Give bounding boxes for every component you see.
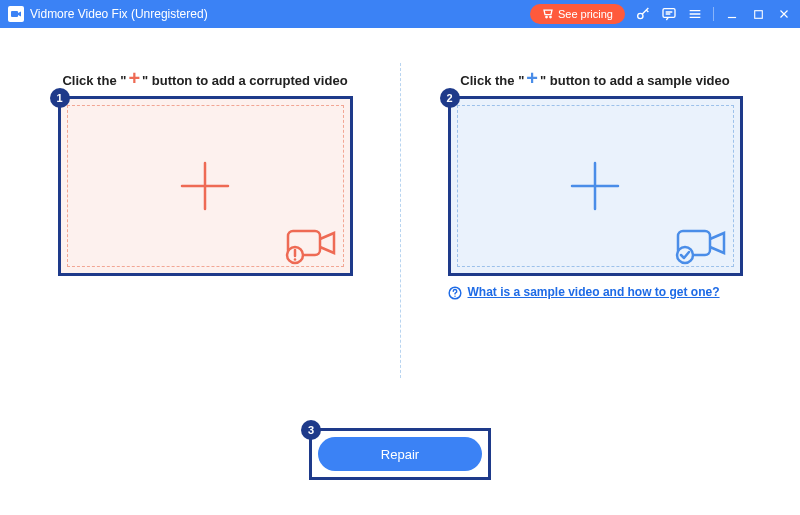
center-divider	[400, 63, 401, 378]
repair-annotation-frame: Repair	[309, 428, 491, 480]
menu-icon[interactable]	[687, 6, 703, 22]
titlebar-left: Vidmore Video Fix (Unregistered)	[8, 6, 530, 22]
title-post: " button to add a corrupted video	[142, 73, 348, 88]
sample-video-help: What is a sample video and how to get on…	[448, 284, 743, 301]
plus-icon	[176, 157, 234, 215]
step-badge-1: 1	[50, 88, 70, 108]
title-pre: Click the "	[460, 73, 524, 88]
sample-video-panel: Click the " + " button to add a sample v…	[400, 68, 760, 408]
svg-point-1	[546, 16, 548, 18]
cart-icon	[542, 7, 554, 21]
plus-icon-blue: +	[526, 68, 538, 88]
app-title: Vidmore Video Fix (Unregistered)	[30, 7, 208, 21]
svg-rect-4	[663, 9, 675, 18]
repair-wrapper: 3 Repair	[309, 428, 491, 480]
divider	[713, 7, 714, 21]
svg-rect-0	[11, 11, 18, 17]
title-pre: Click the "	[62, 73, 126, 88]
svg-point-8	[293, 258, 296, 261]
key-icon[interactable]	[635, 6, 651, 22]
close-icon[interactable]	[776, 6, 792, 22]
plus-icon-orange: +	[128, 68, 140, 88]
titlebar-right: See pricing	[530, 4, 792, 24]
corrupted-panel-title: Click the " + " button to add a corrupte…	[62, 68, 347, 88]
repair-label: Repair	[381, 447, 419, 462]
maximize-icon[interactable]	[750, 6, 766, 22]
title-post: " button to add a sample video	[540, 73, 730, 88]
see-pricing-button[interactable]: See pricing	[530, 4, 625, 24]
repair-section: 3 Repair	[0, 428, 800, 480]
add-corrupted-video-button[interactable]	[58, 96, 353, 276]
app-logo-icon	[8, 6, 24, 22]
svg-point-2	[550, 16, 552, 18]
step-badge-2: 2	[440, 88, 460, 108]
pricing-label: See pricing	[558, 8, 613, 20]
repair-button[interactable]: Repair	[318, 437, 482, 471]
camera-check-icon	[674, 225, 730, 265]
titlebar: Vidmore Video Fix (Unregistered) See pri…	[0, 0, 800, 28]
main-content: Click the " + " button to add a corrupte…	[0, 28, 800, 408]
corrupted-dropzone-wrapper: 1	[58, 96, 353, 276]
svg-point-12	[454, 296, 455, 297]
minimize-icon[interactable]	[724, 6, 740, 22]
add-sample-video-button[interactable]	[448, 96, 743, 276]
plus-icon	[566, 157, 624, 215]
sample-dropzone-wrapper: 2	[448, 96, 743, 276]
corrupted-video-panel: Click the " + " button to add a corrupte…	[40, 68, 400, 408]
step-badge-3: 3	[301, 420, 321, 440]
svg-point-3	[638, 13, 643, 18]
camera-error-icon	[284, 225, 340, 265]
sample-panel-title: Click the " + " button to add a sample v…	[460, 68, 729, 88]
help-link-text[interactable]: What is a sample video and how to get on…	[468, 284, 720, 301]
svg-rect-5	[754, 10, 762, 18]
feedback-icon[interactable]	[661, 6, 677, 22]
help-icon	[448, 286, 462, 300]
